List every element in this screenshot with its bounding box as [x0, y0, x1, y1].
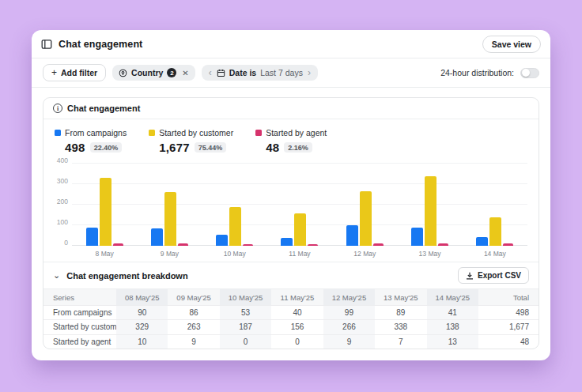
chevron-right-icon[interactable]: › — [307, 68, 312, 77]
download-icon — [466, 272, 474, 280]
bar[interactable] — [425, 176, 436, 246]
bar[interactable] — [373, 243, 384, 246]
distribution-toggle[interactable] — [520, 68, 539, 78]
bar-chart: 0100200300400 8 May9 May10 May11 May12 M… — [43, 159, 539, 262]
bar[interactable] — [294, 213, 306, 246]
x-axis-tick-label: 13 May — [397, 247, 462, 258]
value-cell: 40 — [271, 306, 323, 319]
bar[interactable] — [229, 207, 241, 246]
bar[interactable] — [503, 243, 513, 246]
plus-icon: + — [51, 69, 57, 77]
export-csv-button[interactable]: Export CSV — [458, 267, 529, 284]
column-header: 08 May'25 — [116, 289, 168, 305]
bar[interactable] — [113, 243, 123, 246]
bar[interactable] — [360, 191, 372, 246]
legend-percent-badge: 75.44% — [195, 142, 227, 153]
bar[interactable] — [164, 192, 176, 246]
bar[interactable] — [243, 244, 253, 246]
legend-item[interactable]: Started by customer1,67775.44% — [149, 128, 233, 154]
bar[interactable] — [151, 228, 163, 246]
column-header: Series — [43, 289, 116, 305]
plot-area: 8 May9 May10 May11 May12 May13 May14 May — [72, 164, 527, 260]
legend-label: From campaigns — [65, 128, 127, 138]
legend-label: Started by agent — [266, 128, 327, 138]
value-cell: 338 — [375, 320, 426, 334]
bar[interactable] — [281, 238, 293, 246]
series-cell: Started by agent — [43, 335, 116, 349]
value-cell: 7 — [375, 335, 426, 349]
bar[interactable] — [346, 225, 358, 246]
legend-stats: 482.16% — [266, 141, 327, 154]
page-title: Chat engagement — [59, 39, 142, 50]
table-header-row: Series08 May'2509 May'2510 May'2511 May'… — [43, 289, 539, 305]
info-icon: i — [53, 104, 62, 113]
bar[interactable] — [178, 243, 188, 246]
legend-item[interactable]: From campaigns49822.40% — [55, 128, 127, 154]
legend-label: Started by customer — [159, 128, 233, 138]
bar-group — [72, 164, 137, 246]
x-axis-tick-label: 12 May — [332, 247, 397, 258]
bar[interactable] — [86, 228, 98, 246]
value-cell: 329 — [116, 320, 168, 334]
bar[interactable] — [411, 228, 423, 246]
bar[interactable] — [216, 235, 228, 246]
app-window: Chat engagement Save view + Add filter C… — [32, 30, 550, 360]
distribution-label: 24-hour distribution: — [440, 68, 514, 77]
legend-item-header: Started by agent — [255, 128, 327, 138]
location-icon — [119, 69, 127, 77]
bar[interactable] — [438, 243, 448, 246]
breakdown-table: Series08 May'2509 May'2510 May'2511 May'… — [43, 288, 539, 349]
legend-swatch — [149, 130, 155, 136]
legend-value: 498 — [65, 141, 85, 154]
add-filter-button[interactable]: + Add filter — [43, 64, 106, 81]
close-icon[interactable]: ✕ — [182, 69, 188, 77]
save-view-button[interactable]: Save view — [482, 36, 541, 53]
date-filter-chip[interactable]: ‹ Date is Last 7 days › — [202, 65, 318, 81]
column-header: 10 May'25 — [220, 289, 271, 305]
table-row[interactable]: Started by customer329263187156266338138… — [43, 319, 539, 334]
legend-percent-badge: 2.16% — [284, 142, 312, 153]
value-cell: 9 — [323, 335, 375, 349]
chevron-down-icon[interactable]: ⌄ — [53, 271, 60, 280]
value-cell: 53 — [220, 306, 271, 319]
value-cell: 10 — [116, 335, 168, 349]
x-axis-tick-label: 8 May — [72, 247, 137, 258]
y-axis: 0100200300400 — [51, 164, 72, 260]
breakdown-header: ⌄ Chat engagement breakdown Export CSV — [43, 262, 539, 288]
value-cell: 99 — [323, 306, 375, 319]
series-cell: From campaigns — [43, 306, 116, 319]
table-row[interactable]: From campaigns90865340998941498 — [43, 305, 539, 319]
value-cell: 138 — [427, 320, 478, 334]
chevron-left-icon[interactable]: ‹ — [208, 68, 213, 77]
date-filter-value: Last 7 days — [260, 68, 303, 77]
bar[interactable] — [476, 237, 488, 246]
value-cell: 266 — [323, 320, 375, 334]
table-row[interactable]: Started by agent10900971348 — [43, 334, 539, 349]
bar[interactable] — [100, 178, 111, 246]
value-cell: 13 — [427, 335, 478, 349]
country-count-badge: 2 — [167, 68, 176, 77]
bar-group — [397, 164, 462, 246]
bar-group — [463, 164, 527, 246]
value-cell: 89 — [375, 306, 426, 319]
total-cell: 48 — [478, 335, 539, 349]
legend-item[interactable]: Started by agent482.16% — [255, 128, 327, 154]
toggle-knob — [522, 69, 530, 77]
y-axis-tick-label: 100 — [57, 218, 68, 226]
bar[interactable] — [489, 217, 501, 246]
value-cell: 187 — [220, 320, 271, 334]
value-cell: 0 — [220, 335, 271, 349]
sidebar-panel-icon[interactable] — [41, 39, 52, 50]
country-filter-label: Country — [131, 68, 163, 77]
y-axis-tick-label: 200 — [57, 198, 68, 205]
page-background: Chat engagement Save view + Add filter C… — [0, 0, 582, 392]
legend-stats: 1,67775.44% — [159, 141, 233, 154]
bar[interactable] — [308, 244, 318, 246]
column-header: 09 May'25 — [168, 289, 219, 305]
value-cell: 263 — [168, 320, 219, 334]
total-cell: 498 — [478, 306, 539, 319]
bar-group — [267, 164, 332, 246]
total-cell: 1,677 — [478, 320, 539, 334]
country-filter-chip[interactable]: Country 2 ✕ — [112, 65, 195, 81]
legend-swatch — [255, 130, 262, 136]
